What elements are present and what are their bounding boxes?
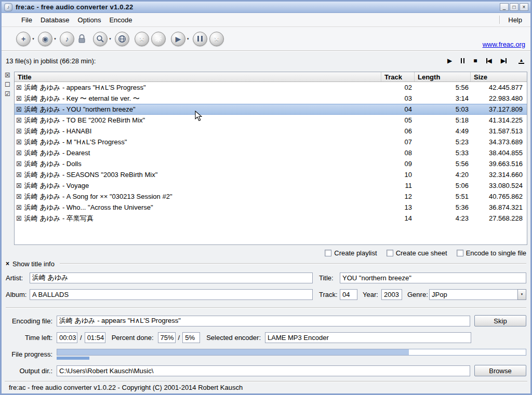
create-playlist-checkbox[interactable]: Create playlist xyxy=(325,249,377,257)
pause-icon[interactable] xyxy=(461,58,464,63)
cddb-query-dropdown-icon[interactable]: ▼ xyxy=(109,37,112,40)
select-all-button[interactable]: ☒ xyxy=(5,72,14,79)
row-checkbox[interactable]: ☒ xyxy=(16,192,22,202)
album-input[interactable] xyxy=(30,289,313,300)
menu-help[interactable]: Help xyxy=(504,15,526,25)
artist-input[interactable] xyxy=(30,273,313,283)
joblist-row[interactable]: ☒ 浜崎 あゆみ - SEASONS "2003 ReBirth Mix" 10… xyxy=(15,169,527,180)
stop-encoding-icon[interactable]: × xyxy=(209,32,224,46)
row-track: 09 xyxy=(381,159,415,169)
track-input[interactable] xyxy=(340,289,357,300)
start-encoding-icon[interactable]: ▶ xyxy=(171,32,185,46)
cddb-web-icon[interactable] xyxy=(115,32,129,46)
row-checkbox[interactable]: ☒ xyxy=(16,170,22,180)
year-input[interactable] xyxy=(381,289,402,300)
row-checkbox[interactable]: ☒ xyxy=(16,159,22,169)
cancel-processing-icon[interactable]: × xyxy=(135,32,149,46)
row-title: 浜崎 あゆみ - A Song for ×× "030213 Session #… xyxy=(24,192,172,202)
album-label: Album: xyxy=(6,291,30,298)
encode-single-file-checkbox[interactable]: Encode to single file xyxy=(457,249,526,257)
joblist-row[interactable]: ☒ 浜崎 あゆみ - YOU "northern breeze" 04 5:03… xyxy=(15,104,527,115)
add-cd-dropdown-icon[interactable]: ▼ xyxy=(54,37,57,40)
progress-bars xyxy=(57,349,526,360)
joblist-row[interactable]: ☒ 浜崎 あゆみ - M "H∧L'S Progress" 07 5:23 34… xyxy=(15,137,527,147)
column-header-size[interactable]: Size xyxy=(471,72,527,81)
row-checkbox[interactable]: ☒ xyxy=(16,93,22,104)
row-size: 22.983.480 xyxy=(471,93,527,104)
joblist-row[interactable]: ☒ 浜崎 あゆみ - appears "H∧L'S Progress" 02 5… xyxy=(15,82,527,93)
create-playlist-checkbox-box[interactable] xyxy=(325,250,331,256)
next-track-icon[interactable]: ▶ xyxy=(501,58,507,64)
row-checkbox[interactable]: ☒ xyxy=(16,213,22,224)
joblist-summary: 13 file(s) in joblist (66:28 min): xyxy=(6,57,96,65)
playlist-icon[interactable]: ♪ xyxy=(60,32,74,46)
add-files-icon[interactable]: + xyxy=(16,32,31,46)
lock-icon[interactable] xyxy=(76,32,88,46)
selected-encoder-label: Selected encoder: xyxy=(206,334,261,342)
row-title: 浜崎 あゆみ - appears "H∧L'S Progress" xyxy=(24,83,146,93)
row-checkbox[interactable]: ☒ xyxy=(16,126,22,137)
joblist-header: Title Track Length Size xyxy=(15,72,527,82)
browse-button[interactable]: Browse xyxy=(474,365,526,376)
genre-dropdown-icon[interactable]: ▼ xyxy=(517,289,526,300)
row-checkbox[interactable]: ☒ xyxy=(16,137,22,147)
row-title: 浜崎 あゆみ - Voyage xyxy=(24,181,89,191)
row-checkbox[interactable]: ☒ xyxy=(16,202,22,213)
joblist-area: ☒ ☐ ☑ Title Track Length Size ☒ 浜崎 あゆみ -… xyxy=(5,72,527,245)
row-checkbox[interactable]: ☒ xyxy=(16,83,22,93)
row-checkbox[interactable]: ☒ xyxy=(16,105,22,114)
play-icon[interactable]: ▶ xyxy=(447,58,452,64)
cddb-query-icon[interactable] xyxy=(93,32,108,46)
row-checkbox[interactable]: ☒ xyxy=(16,115,22,126)
column-header-length[interactable]: Length xyxy=(415,72,471,81)
genre-input[interactable] xyxy=(429,289,517,300)
joblist-row[interactable]: ☒ 浜崎 あゆみ - Key 〜 eternal tie ver. 〜 03 3… xyxy=(15,93,527,104)
start-encoding-dropdown-icon[interactable]: ▼ xyxy=(187,37,190,40)
toolbar: + ▼ ◉ ▼ ♪ ▼ xyxy=(2,27,530,51)
close-button[interactable]: × xyxy=(520,3,528,11)
menu-options[interactable]: Options xyxy=(74,15,105,25)
create-cue-sheet-checkbox-box[interactable] xyxy=(387,250,393,256)
column-header-track[interactable]: Track xyxy=(381,72,415,81)
title-input[interactable] xyxy=(340,273,526,283)
maximize-button[interactable]: □ xyxy=(510,3,518,11)
joblist-row[interactable]: ☒ 浜崎 あゆみ - 卒業写真 14 4:23 27.568.228 xyxy=(15,213,527,224)
joblist-row[interactable]: ☒ 浜崎 あゆみ - Who... "Across the Universe" … xyxy=(15,202,527,213)
add-cd-icon[interactable]: ◉ xyxy=(38,32,52,46)
minimize-button[interactable]: _ xyxy=(500,3,509,11)
output-dir-input[interactable] xyxy=(57,365,470,376)
row-checkbox[interactable]: ☒ xyxy=(16,148,22,158)
menu-encode[interactable]: Encode xyxy=(105,15,136,25)
row-size: 31.587.513 xyxy=(471,126,527,137)
track-label: Track: xyxy=(319,291,340,298)
titlebar[interactable]: ♪ fre:ac - free audio converter v1.0.22 … xyxy=(2,2,530,13)
row-title: 浜崎 あゆみ - Dearest xyxy=(24,148,90,158)
encode-single-file-checkbox-box[interactable] xyxy=(457,250,463,256)
add-files-dropdown-icon[interactable]: ▼ xyxy=(32,37,35,40)
joblist-row[interactable]: ☒ 浜崎 あゆみ - A Song for ×× "030213 Session… xyxy=(15,191,527,202)
column-header-title[interactable]: Title xyxy=(15,72,381,81)
toggle-title-info-button[interactable]: × xyxy=(6,261,9,267)
eject-icon[interactable]: ▲ xyxy=(518,58,524,64)
website-link[interactable]: www.freac.org xyxy=(483,40,525,48)
create-cue-sheet-checkbox[interactable]: Create cue sheet xyxy=(387,249,447,257)
joblist-row[interactable]: ☒ 浜崎 あゆみ - Dearest 08 5:33 38.404.855 xyxy=(15,147,527,158)
joblist-row[interactable]: ☒ 浜崎 あゆみ - Voyage 11 5:06 33.080.524 xyxy=(15,180,527,191)
menu-database[interactable]: Database xyxy=(36,15,74,25)
row-checkbox[interactable]: ☒ xyxy=(16,181,22,191)
joblist-row[interactable]: ☒ 浜崎 あゆみ - TO BE "2002 ReBirth Mix" 05 5… xyxy=(15,115,527,126)
previous-track-icon[interactable]: ◀ xyxy=(486,58,492,64)
joblist-row[interactable]: ☒ 浜崎 あゆみ - HANABI 06 4:49 31.587.513 xyxy=(15,126,527,137)
skip-button[interactable]: Skip xyxy=(474,315,526,326)
row-title: 浜崎 あゆみ - Key 〜 eternal tie ver. 〜 xyxy=(24,93,140,104)
stop-icon[interactable]: ■ xyxy=(473,58,477,64)
settings-icon[interactable] xyxy=(151,32,166,46)
select-none-button[interactable]: ☐ xyxy=(5,81,14,88)
joblist-row[interactable]: ☒ 浜崎 あゆみ - Dolls 09 5:56 39.663.516 xyxy=(15,158,527,169)
toggle-selection-button[interactable]: ☑ xyxy=(5,91,14,98)
file-progress-fill xyxy=(57,349,409,355)
row-length: 5:33 xyxy=(415,148,471,158)
percent-done-label: Percent done: xyxy=(112,334,154,342)
pause-encoding-icon[interactable] xyxy=(193,32,207,46)
menu-file[interactable]: File xyxy=(17,15,36,25)
